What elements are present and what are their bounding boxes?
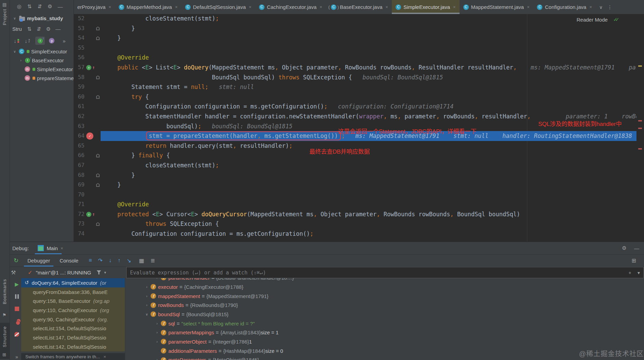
chevron-down-icon[interactable]: ▾ [104,270,106,275]
frame-row[interactable]: ↺doQuery:64, SimpleExecutor (or [21,278,125,287]
variable-row-executor[interactable]: ›fexecutor={CachingExecutor@1788} [125,282,644,292]
code-line-57[interactable]: 57↑↑ public <E> List<E> doQuery(MappedSt… [74,63,636,73]
code-line-54[interactable]: 54 } [74,33,636,43]
line-number[interactable]: 65 [74,141,85,151]
line-number[interactable]: 56 [74,53,85,63]
fold-marker-icon[interactable] [96,173,100,177]
editor-tab-DefaultSqlSession.java[interactable]: CDefaultSqlSession.java× [181,0,255,14]
chevron-icon[interactable]: › [144,285,149,289]
evaluate-expression-input[interactable]: Evaluate expression (↵) or add a watch (… [126,267,644,278]
sort-alphabetically-icon[interactable]: ↓ az [24,38,30,44]
variable-row-mappedStatement[interactable]: ›fmappedStatement={MappedStatement@1791} [125,292,644,301]
project-root-item[interactable]: ∨ mybatis_study [10,13,74,23]
editor-tab-Configuration.java[interactable]: CConfiguration.java× [533,0,596,14]
mute-breakpoints-icon[interactable] [13,332,21,338]
variable-row-rowBounds[interactable]: ›frowBounds={RowBounds@1790} [125,300,644,310]
line-number[interactable]: 73 [74,219,85,229]
variable-row-metaParameters[interactable]: ›fmetaParameters={MetaObject@1845} [125,356,644,360]
close-icon[interactable]: × [249,4,252,10]
expand-all-icon[interactable]: ⇅ [26,26,33,32]
editor-tab-BaseExecutor.java[interactable]: (C)BaseExecutor.java× [326,0,392,14]
close-icon[interactable]: × [61,246,63,251]
debug-session-tab-main[interactable]: Main × [33,242,68,254]
strip-project-label[interactable]: Project [2,9,7,25]
chevron-icon[interactable]: › [155,358,159,360]
reader-mode-widget[interactable]: Reader Mode ✓✓ [577,16,620,23]
gear-icon[interactable]: ⚙ [622,245,627,251]
editor-tab-SimpleExecutor.java[interactable]: CSimpleExecutor.java× [392,0,460,14]
step-out-icon[interactable]: ↑ [118,257,120,263]
code-line-71[interactable]: 71 @Override [74,200,636,209]
line-number[interactable]: 69 [74,180,85,190]
code-editor[interactable]: 52 closeStatement(stmt);53 }54 }5556 @Ov… [74,14,636,242]
code-line-61[interactable]: 61 Configuration configuration = ms.getC… [74,102,636,112]
code-line-53[interactable]: 53 } [74,24,636,34]
pause-program-icon[interactable] [13,294,21,300]
fold-marker-icon[interactable] [96,36,100,40]
stop-icon[interactable] [13,306,21,312]
hide-panel-icon[interactable]: — [57,4,64,10]
add-watch-plus-icon[interactable]: + [629,270,631,275]
overrides-method-icon[interactable]: ↑ [86,65,91,70]
strip-structure-tab[interactable]: Structure ⊞ [0,323,10,359]
fold-marker-icon[interactable] [96,183,100,187]
show-properties-icon[interactable]: p [49,38,54,43]
editor-tab-MappedStatement.java[interactable]: CMappedStatement.java× [460,0,533,14]
chevron-icon[interactable]: › [144,294,149,298]
inspections-ok-icon[interactable]: ✓✓ [613,16,620,23]
close-icon[interactable]: × [589,4,592,10]
variable-row-sql[interactable]: ›fsql="select * from Blog where id = ?" [125,319,644,328]
code-line-58[interactable]: 58 BoundSql boundSql) throws SQLExceptio… [74,73,636,82]
structure-item-SimpleExecutor[interactable]: ∨CSimpleExecutor [10,47,74,56]
evaluate-expression-icon[interactable]: ▦ [139,257,144,264]
more-options-icon[interactable]: » [61,38,67,44]
line-number[interactable]: 70 [74,190,85,200]
code-line-70[interactable]: 70 [74,190,636,200]
close-icon[interactable]: × [527,4,530,10]
show-inherited-icon[interactable]: I↑ [35,37,45,45]
line-number[interactable]: 61 [74,102,85,112]
locate-file-icon[interactable]: ◎ [16,3,23,10]
code-line-72[interactable]: 72↑↑ protected <E> Cursor<E> doQueryCurs… [74,209,636,219]
frame-row[interactable]: query:158, BaseExecutor (org.ap [21,296,125,306]
run-to-cursor-icon[interactable]: ↘ [127,257,131,264]
close-icon[interactable]: × [453,4,456,10]
layout-settings-icon[interactable]: ⊞ [632,257,636,264]
code-line-59[interactable]: 59 Statement stmt = null; stmt: null [74,82,636,92]
chevron-down-icon[interactable]: ∨ [12,16,17,20]
line-number[interactable]: 54 [74,33,85,43]
overrides-method-icon[interactable]: ↑ [86,212,91,217]
line-number[interactable]: 74 [74,229,85,239]
wrench-icon[interactable]: ⚒ [11,269,16,276]
line-number[interactable]: 71 [74,200,85,209]
line-number[interactable]: 66 [74,151,85,160]
strip-bookmarks-label[interactable]: Bookmarks [2,279,7,304]
frame-row[interactable]: queryFromDatabase:336, BaseE [21,287,125,297]
line-number[interactable]: 72 [74,209,85,219]
chevron-icon[interactable]: › [18,59,23,62]
close-icon[interactable]: × [108,4,111,10]
threads-view-icon[interactable]: ≡ [89,257,92,263]
line-number[interactable]: 64 [74,131,85,141]
line-number[interactable]: 62 [74,112,85,121]
chevron-icon[interactable]: ∨ [144,312,149,316]
close-icon[interactable]: × [175,4,178,10]
code-line-68[interactable]: 68 } [74,170,636,180]
line-number[interactable]: 53 [74,24,85,34]
variable-row-boundSql[interactable]: ∨fboundSql={BoundSql@1815} [125,310,644,319]
frame-row[interactable]: query:90, CachingExecutor (org. [21,315,125,324]
code-line-55[interactable]: 55 [74,43,636,53]
variable-row-parameterObject[interactable]: ›fparameterObject={Integer@1786} 1 [125,337,644,346]
fold-marker-icon[interactable] [96,222,100,226]
chevron-icon[interactable]: › [155,322,159,325]
chevron-icon[interactable]: › [144,303,149,307]
code-line-52[interactable]: 52 closeStatement(stmt); [74,14,636,24]
rerun-icon[interactable]: ↻ [14,257,18,264]
chevron-icon[interactable]: › [155,331,159,334]
frame-row[interactable]: selectList:142, DefaultSqlSessio [21,342,125,351]
fold-marker-icon[interactable] [96,95,100,99]
more-icon[interactable]: » [13,354,21,360]
frame-row[interactable]: selectList:154, DefaultSqlSessio [21,324,125,333]
editor-tab-erProxy.java[interactable]: erProxy.java× [74,0,115,14]
thread-selector[interactable]: "main"@1 ...: RUNNING [36,270,91,275]
